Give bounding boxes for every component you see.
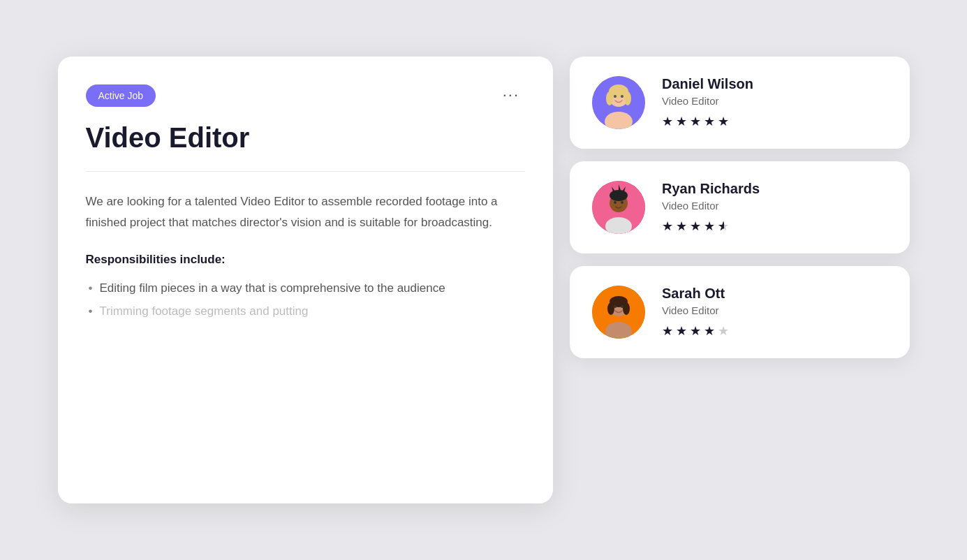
candidate-card-daniel[interactable]: Daniel Wilson Video Editor ★ ★ ★ ★ ★ — [570, 57, 909, 149]
job-description: We are looking for a talented Video Edit… — [86, 191, 526, 233]
svg-point-15 — [614, 201, 617, 204]
responsibilities-heading: Responsibilities include: — [86, 253, 526, 267]
star-3: ★ — [690, 323, 701, 339]
star-3: ★ — [690, 114, 701, 129]
ryan-role: Video Editor — [662, 200, 887, 212]
main-container: Active Job ··· Video Editor We are looki… — [30, 29, 938, 531]
ryan-name: Ryan Richards — [662, 181, 887, 197]
responsibility-item: Editing film pieces in a way that is com… — [86, 278, 526, 299]
job-card-header: Active Job ··· — [86, 84, 526, 107]
star-1: ★ — [662, 114, 673, 129]
responsibility-item: Trimming footage segments and putting — [86, 301, 526, 322]
star-2: ★ — [676, 114, 687, 129]
svg-point-11 — [610, 190, 628, 201]
fade-overlay — [58, 420, 554, 503]
star-2: ★ — [676, 323, 687, 339]
star-1: ★ — [662, 323, 673, 339]
candidate-card-sarah[interactable]: Sarah Ott Video Editor ★ ★ ★ ★ ★ — [570, 266, 909, 358]
star-1: ★ — [662, 219, 673, 234]
sarah-role: Video Editor — [662, 304, 887, 316]
star-2: ★ — [676, 219, 687, 234]
job-title-divider — [86, 171, 526, 172]
svg-point-22 — [623, 302, 630, 315]
svg-point-5 — [624, 91, 631, 105]
svg-point-16 — [621, 201, 623, 204]
more-options-button[interactable]: ··· — [497, 84, 525, 105]
daniel-info: Daniel Wilson Video Editor ★ ★ ★ ★ ★ — [662, 76, 887, 129]
svg-point-21 — [607, 302, 614, 315]
daniel-name: Daniel Wilson — [662, 76, 887, 92]
svg-point-24 — [621, 305, 623, 308]
sarah-name: Sarah Ott — [662, 286, 887, 302]
responsibilities-list: Editing film pieces in a way that is com… — [86, 278, 526, 323]
star-5: ★ — [718, 323, 729, 339]
star-3: ★ — [690, 219, 701, 234]
more-options-icon: ··· — [503, 86, 519, 103]
daniel-stars: ★ ★ ★ ★ ★ — [662, 114, 887, 129]
svg-point-4 — [606, 91, 613, 105]
candidate-card-ryan[interactable]: Ryan Richards Video Editor ★ ★ ★ ★ ★ ★ ★ — [570, 161, 909, 253]
star-5: ★ — [718, 114, 729, 129]
star-4: ★ — [704, 323, 715, 339]
job-card: Active Job ··· Video Editor We are looki… — [58, 57, 554, 503]
ryan-stars: ★ ★ ★ ★ ★ ★ ★ — [662, 219, 887, 234]
daniel-avatar — [592, 76, 645, 129]
sarah-avatar — [592, 286, 645, 339]
sarah-info: Sarah Ott Video Editor ★ ★ ★ ★ ★ — [662, 286, 887, 339]
candidates-container: Daniel Wilson Video Editor ★ ★ ★ ★ ★ — [570, 57, 909, 358]
ryan-avatar — [592, 181, 645, 234]
svg-point-6 — [614, 95, 617, 98]
svg-point-7 — [621, 95, 623, 98]
sarah-stars: ★ ★ ★ ★ ★ — [662, 323, 887, 339]
job-title: Video Editor — [86, 121, 526, 154]
star-half: ★ ★ ★ — [718, 219, 730, 234]
daniel-role: Video Editor — [662, 95, 887, 107]
star-4: ★ — [704, 219, 715, 234]
star-4: ★ — [704, 114, 715, 129]
svg-point-23 — [614, 305, 617, 308]
active-job-badge: Active Job — [86, 84, 156, 107]
ryan-info: Ryan Richards Video Editor ★ ★ ★ ★ ★ ★ ★ — [662, 181, 887, 234]
